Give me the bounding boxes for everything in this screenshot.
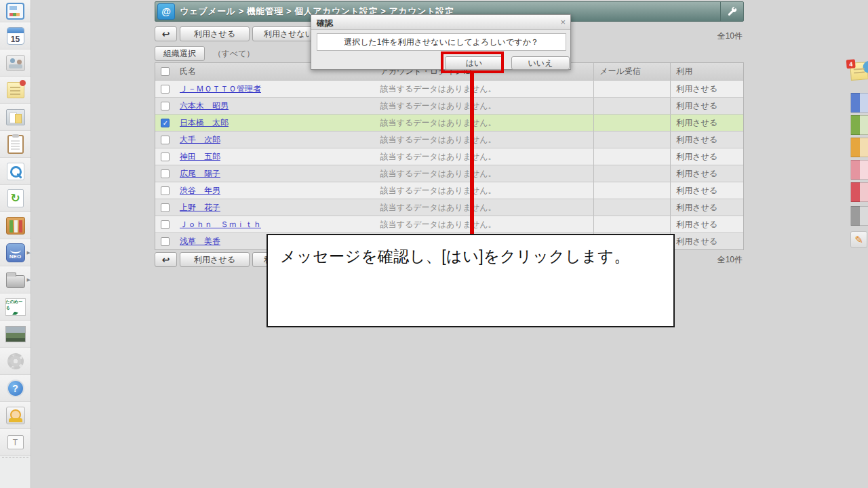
account-table: 氏名 アカウント・ログインID メール受信 利用 Ｊ－ＭＯＴＴＯ管理者 該当する… xyxy=(155,62,744,250)
note-lines xyxy=(854,68,865,70)
color-tab-pink[interactable] xyxy=(850,160,868,180)
sidebar-item-neo[interactable]: NEO▶ xyxy=(0,239,31,266)
table-row: 広尾 陽子 該当するデータはありません。 利用させる xyxy=(155,165,743,182)
color-tab-gray[interactable] xyxy=(850,206,868,226)
user-name-link[interactable]: 日本橋 太郎 xyxy=(180,118,229,127)
usage-cell: 利用させる xyxy=(670,182,743,199)
sidebar-item-portal[interactable] xyxy=(0,0,31,22)
sidebar-item-help[interactable]: ? xyxy=(0,375,31,402)
sticky-note-icon[interactable]: 4 xyxy=(850,62,868,81)
sidebar-item-folder[interactable]: ▶ xyxy=(0,266,31,293)
mail-receive-cell xyxy=(593,199,670,216)
mail-receive-cell xyxy=(593,98,670,114)
mail-receive-cell xyxy=(593,148,670,165)
sidebar-item-workflow[interactable]: ↻ xyxy=(0,185,31,212)
operator-icon xyxy=(6,407,25,424)
row-checkbox[interactable] xyxy=(161,102,170,110)
sidebar-item-calendar[interactable]: 15 xyxy=(0,22,31,49)
webmail-icon: @ xyxy=(157,3,175,20)
user-name-link[interactable]: 神田 五郎 xyxy=(180,152,220,161)
text-tool-icon: T xyxy=(7,435,24,449)
account-cell: 該当するデータはありません。 xyxy=(374,185,594,197)
row-checkbox[interactable] xyxy=(161,203,170,212)
memo-icon xyxy=(7,82,24,98)
user-name-link[interactable]: 浅草 美香 xyxy=(180,237,220,246)
usage-cell: 利用させる xyxy=(670,233,743,249)
flyout-arrow-icon: ▶ xyxy=(27,250,31,256)
row-checkbox[interactable] xyxy=(161,136,170,144)
sidebar-item-memo[interactable] xyxy=(0,77,31,104)
neo-icon: NEO xyxy=(6,243,25,262)
table-row: 渋谷 年男 該当するデータはありません。 利用させる xyxy=(155,182,743,199)
table-row: 上野 花子 該当するデータはありません。 利用させる xyxy=(155,199,743,216)
row-checkbox[interactable] xyxy=(161,237,170,246)
total-count-bottom: 全10件 xyxy=(678,254,743,266)
row-checkbox[interactable]: ✓ xyxy=(161,119,170,127)
row-checkbox[interactable] xyxy=(161,220,170,229)
highlight-box xyxy=(441,52,504,73)
sidebar-item-cabinet[interactable] xyxy=(0,104,31,131)
table-row: 大手 次郎 該当するデータはありません。 利用させる xyxy=(155,131,743,148)
allow-use-button-bottom[interactable]: 利用させる xyxy=(180,252,250,267)
row-checkbox[interactable] xyxy=(161,152,170,161)
mail-receive-cell xyxy=(593,182,670,199)
account-cell: 該当するデータはありません。 xyxy=(374,134,594,146)
account-cell: 該当するデータはありません。 xyxy=(374,117,594,129)
tanomeru-icon: たのめーる xyxy=(5,298,26,316)
org-select-button[interactable]: 組織選択 xyxy=(155,46,205,61)
sidebar-item-group[interactable] xyxy=(0,49,31,77)
user-name-link[interactable]: 六本木 昭男 xyxy=(180,101,229,110)
back-button-bottom[interactable]: ↩ xyxy=(155,252,177,267)
organization-row: 組織選択 （すべて） xyxy=(155,46,254,61)
account-cell: 該当するデータはありません。 xyxy=(374,100,594,112)
sidebar-item-binders[interactable] xyxy=(0,212,31,239)
annotation-box: メッセージを確認し、[はい]をクリックします。 xyxy=(267,234,675,327)
user-name-link[interactable]: Ｊ－ＭＯＴＴＯ管理者 xyxy=(180,84,261,94)
table-row: Ｊｏｈｎ Ｓｍｉｔｈ 該当するデータはありません。 利用させる xyxy=(155,216,743,232)
flyout-arrow-icon: ▶ xyxy=(27,277,31,283)
usage-cell: 利用させる xyxy=(670,81,743,97)
user-name-link[interactable]: 大手 次郎 xyxy=(180,135,220,144)
usage-cell: 利用させる xyxy=(670,115,743,131)
highlight-callout-line xyxy=(470,73,474,234)
account-cell: 該当するデータはありません。 xyxy=(374,202,594,214)
no-button[interactable]: いいえ xyxy=(511,56,570,70)
row-checkbox[interactable] xyxy=(161,169,170,178)
user-name-link[interactable]: 上野 花子 xyxy=(180,203,220,212)
sidebar-item-photo-banner[interactable] xyxy=(0,321,31,348)
sidebar-item-operator[interactable] xyxy=(0,402,31,429)
account-cell: 該当するデータはありません。 xyxy=(374,168,594,180)
settings-wrench-button[interactable] xyxy=(720,2,743,21)
close-icon[interactable]: × xyxy=(560,17,566,27)
pencil-icon[interactable]: ✎ xyxy=(850,231,867,248)
sidebar-item-text-tool[interactable]: T xyxy=(0,429,31,456)
user-name-link[interactable]: 渋谷 年男 xyxy=(180,186,220,195)
allow-use-button-top[interactable]: 利用させる xyxy=(180,26,250,41)
table-row: 神田 五郎 該当するデータはありません。 利用させる xyxy=(155,148,743,165)
clipboard-icon xyxy=(7,135,24,154)
sidebar-item-tanomeru[interactable]: たのめーる xyxy=(0,293,31,321)
sidebar-item-gear[interactable] xyxy=(0,348,31,375)
color-tab-orange[interactable] xyxy=(850,138,868,157)
sidebar-item-search[interactable] xyxy=(0,158,31,185)
row-checkbox[interactable] xyxy=(161,85,170,94)
group-icon xyxy=(6,55,25,71)
color-tab-red[interactable] xyxy=(850,182,868,202)
cabinet-icon xyxy=(6,109,25,125)
calendar-icon: 15 xyxy=(7,27,24,45)
binders-icon xyxy=(6,217,25,235)
back-button[interactable]: ↩ xyxy=(155,26,177,41)
mail-receive-cell xyxy=(593,131,670,148)
row-checkbox[interactable] xyxy=(161,186,170,195)
color-tab-green[interactable] xyxy=(850,115,868,135)
table-row: ✓ 日本橋 太郎 該当するデータはありません。 利用させる xyxy=(155,114,743,131)
select-all-checkbox[interactable] xyxy=(161,67,170,76)
sidebar-item-clipboard[interactable] xyxy=(0,131,31,158)
mail-receive-cell xyxy=(593,115,670,131)
gear-icon xyxy=(7,353,24,369)
workflow-icon: ↻ xyxy=(7,189,24,207)
usage-cell: 利用させる xyxy=(670,131,743,148)
user-name-link[interactable]: Ｊｏｈｎ Ｓｍｉｔｈ xyxy=(180,220,261,229)
user-name-link[interactable]: 広尾 陽子 xyxy=(180,169,220,178)
color-tab-blue[interactable] xyxy=(850,93,868,113)
